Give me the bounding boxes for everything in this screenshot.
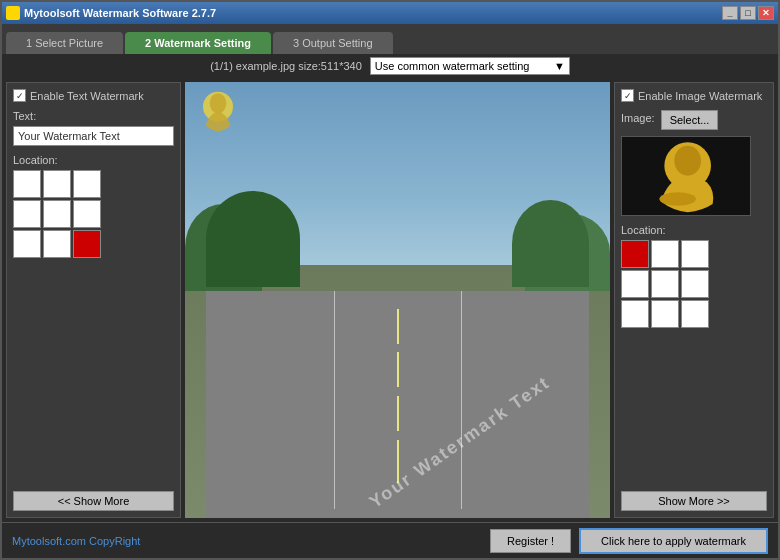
svg-point-4 xyxy=(674,145,701,175)
center-panel: Your Watermark Text xyxy=(185,82,610,518)
location-grid-left xyxy=(13,170,174,258)
watermark-logo-overlay xyxy=(193,90,243,142)
image-field-label: Image: xyxy=(621,112,655,124)
road-line-3 xyxy=(397,396,399,431)
file-info: (1/1) example.jpg size:511*340 xyxy=(210,60,362,72)
lane-line-left xyxy=(334,291,335,509)
maximize-button[interactable]: □ xyxy=(740,6,756,20)
window-controls: _ □ ✕ xyxy=(722,6,774,20)
location-cell-7[interactable] xyxy=(43,230,71,258)
tab-output-setting[interactable]: 3 Output Setting xyxy=(273,32,393,54)
enable-text-watermark-row: ✓ Enable Text Watermark xyxy=(13,89,174,102)
location-cell-right-0[interactable] xyxy=(621,240,649,268)
enable-text-watermark-label: Enable Text Watermark xyxy=(30,90,144,102)
location-label-right: Location: xyxy=(621,224,767,236)
enable-image-watermark-row: ✓ Enable Image Watermark xyxy=(621,89,767,102)
location-cell-right-2[interactable] xyxy=(681,240,709,268)
location-cell-right-7[interactable] xyxy=(651,300,679,328)
title-bar-text: Mytoolsoft Watermark Software 2.7.7 xyxy=(6,6,216,20)
tabs-bar: 1 Select Picture 2 Watermark Setting 3 O… xyxy=(2,24,778,54)
location-cell-8[interactable] xyxy=(73,230,101,258)
location-cell-2[interactable] xyxy=(73,170,101,198)
register-button[interactable]: Register ! xyxy=(490,529,571,553)
location-cell-right-3[interactable] xyxy=(621,270,649,298)
logo-svg-small xyxy=(193,90,243,140)
app-icon xyxy=(6,6,20,20)
left-panel: ✓ Enable Text Watermark Text: Location: … xyxy=(6,82,181,518)
tree-4 xyxy=(512,200,589,287)
enable-image-watermark-checkbox[interactable]: ✓ xyxy=(621,89,634,102)
title-bar: Mytoolsoft Watermark Software 2.7.7 _ □ … xyxy=(2,2,778,24)
location-cell-1[interactable] xyxy=(43,170,71,198)
location-cell-3[interactable] xyxy=(13,200,41,228)
road-line-1 xyxy=(397,309,399,344)
preview-image-svg xyxy=(636,139,736,214)
location-cell-right-4[interactable] xyxy=(651,270,679,298)
location-cell-4[interactable] xyxy=(43,200,71,228)
show-more-right-button[interactable]: Show More >> xyxy=(621,491,767,511)
location-cell-right-6[interactable] xyxy=(621,300,649,328)
lane-line-right xyxy=(461,291,462,509)
watermark-setting-dropdown[interactable]: Use common watermark setting ▼ xyxy=(370,57,570,75)
right-panel: ✓ Enable Image Watermark Image: Select..… xyxy=(614,82,774,518)
tab-select-picture[interactable]: 1 Select Picture xyxy=(6,32,123,54)
show-more-button[interactable]: << Show More xyxy=(13,491,174,511)
select-image-button[interactable]: Select... xyxy=(661,110,719,130)
tree-2 xyxy=(206,191,300,287)
location-cell-5[interactable] xyxy=(73,200,101,228)
enable-text-watermark-checkbox[interactable]: ✓ xyxy=(13,89,26,102)
location-cell-right-8[interactable] xyxy=(681,300,709,328)
image-row: Image: Select... xyxy=(621,110,767,130)
location-label: Location: xyxy=(13,154,174,166)
image-preview-area xyxy=(621,136,751,216)
location-cell-right-5[interactable] xyxy=(681,270,709,298)
close-button[interactable]: ✕ xyxy=(758,6,774,20)
location-cell-0[interactable] xyxy=(13,170,41,198)
svg-point-5 xyxy=(659,192,696,205)
copyright-link[interactable]: Mytoolsoft.com CopyRight xyxy=(12,535,140,547)
bottom-buttons: Register ! Click here to apply watermark xyxy=(490,528,768,554)
tab-watermark-setting[interactable]: 2 Watermark Setting xyxy=(125,32,271,54)
road-line-2 xyxy=(397,352,399,387)
text-field-label: Text: xyxy=(13,110,174,122)
toolbar: (1/1) example.jpg size:511*340 Use commo… xyxy=(2,54,778,78)
main-window: Mytoolsoft Watermark Software 2.7.7 _ □ … xyxy=(0,0,780,560)
minimize-button[interactable]: _ xyxy=(722,6,738,20)
location-grid-right xyxy=(621,240,767,328)
bottom-bar: Mytoolsoft.com CopyRight Register ! Clic… xyxy=(2,522,778,558)
location-cell-6[interactable] xyxy=(13,230,41,258)
enable-image-watermark-label: Enable Image Watermark xyxy=(638,90,762,102)
svg-point-1 xyxy=(210,93,227,113)
apply-watermark-button[interactable]: Click here to apply watermark xyxy=(579,528,768,554)
main-content: ✓ Enable Text Watermark Text: Location: … xyxy=(2,78,778,522)
location-cell-right-1[interactable] xyxy=(651,240,679,268)
preview-scene: Your Watermark Text xyxy=(185,82,610,518)
dropdown-arrow-icon: ▼ xyxy=(554,60,565,72)
watermark-text-input[interactable] xyxy=(13,126,174,146)
